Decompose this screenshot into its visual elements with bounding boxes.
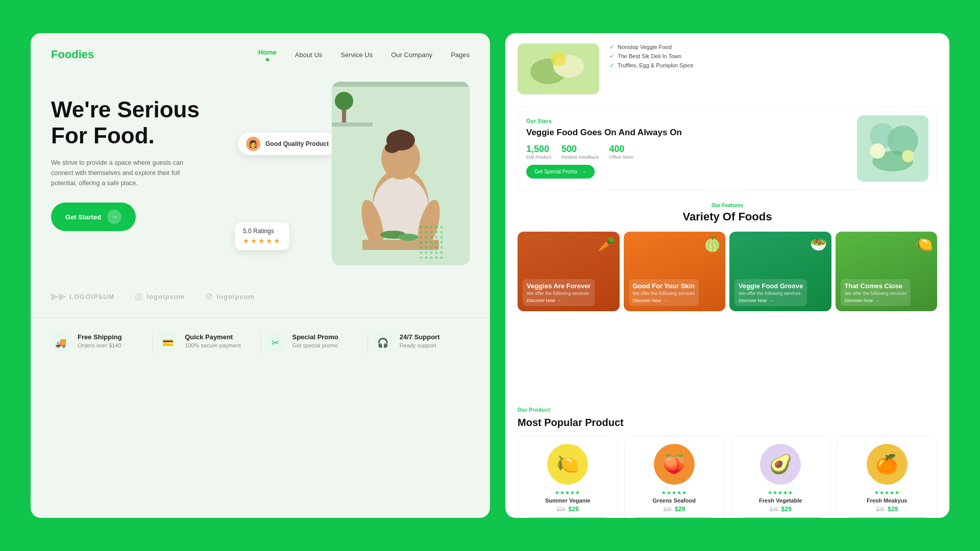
product-price-new-3: $29 [888,506,898,513]
svg-point-54 [551,51,566,66]
nav-item-home[interactable]: Home [258,47,277,61]
variety-emoji-1: 🍈 [703,236,721,253]
feature-title-3: 24/7 Support [400,333,440,341]
svg-point-23 [430,231,433,234]
buy-now-button-0[interactable]: Buy Now → [525,517,610,518]
svg-point-22 [425,231,428,234]
product-image-0: 🍋 [547,444,588,485]
svg-point-49 [435,257,438,259]
variety-title-1: Good For Your Skin [633,282,695,290]
product-price-old-2: $35 [770,507,778,512]
feature-icon-2: ✂ [266,333,285,353]
product-card-2: 🥑 ★★★★★ Fresh Vegetable $35 $29 Buy Now … [730,436,831,518]
feature-item-2: ✂ Special Promo Get special promo [266,333,362,353]
get-started-button[interactable]: Get Started → [51,203,136,231]
stat-item-1: 500Positive Feedback [561,144,599,160]
nav-item-our-company[interactable]: Our Company [391,50,432,59]
svg-point-40 [440,246,443,249]
ratings-badge: 5.0 Ratings ★★★★★ [235,222,289,250]
nav-item-pages[interactable]: Pages [451,50,470,59]
logo-item-0: ▶▶LOGOIPSUM [51,291,114,302]
veggie-goes-image [857,115,928,182]
svg-point-50 [440,257,443,259]
stat-item-2: 400Office Store [609,144,633,160]
variety-emoji-0: 🥕 [598,236,616,253]
stats-row: 1,500Edit Product500Positive Feedback400… [526,144,847,160]
buy-now-button-2[interactable]: Buy Now → [738,517,823,518]
logos-strip: ▶▶LOGOIPSUM◎logoipsum⊘logoipsum [31,276,490,318]
svg-point-60 [902,150,914,162]
nav-item-service-us[interactable]: Service Us [340,50,373,59]
svg-point-43 [430,252,433,254]
most-popular-section: Our Product Most Popular Product 🍋 ★★★★★… [518,407,937,518]
buy-now-button-1[interactable]: Buy Now → [632,517,717,518]
variety-link-0[interactable]: Discover Now → [527,298,591,303]
feature-divider [368,333,368,354]
product-card-3: 🍊 ★★★★★ Fresh Meakyus $35 $29 Buy Now → [837,436,938,518]
product-image-2: 🥑 [760,444,801,485]
left-panel: Foodies HomeAbout UsService UsOur Compan… [31,33,490,518]
svg-point-28 [430,236,433,239]
feature-item-0: 🚚 Free Shipping Orders over $140 [51,333,148,353]
logo-icon-2: ⊘ [205,291,213,302]
stat-item-0: 1,500Edit Product [526,144,551,160]
btn-special-arrow: → [581,169,586,174]
variety-desc-0: We offer the following services [527,291,591,296]
features-strip: 🚚 Free Shipping Orders over $140 💳 Quick… [31,318,490,369]
veggie-goes-title: Veggie Food Goes On And Always On [526,127,847,138]
variety-card-1[interactable]: 🍈 Good For Your Skin We offer the follow… [624,232,726,311]
svg-point-15 [335,92,353,110]
check-icon-1: ✓ [609,53,615,60]
svg-point-47 [425,257,428,259]
svg-point-41 [420,252,423,254]
buy-now-button-3[interactable]: Buy Now → [845,517,930,518]
nav-item-about-us[interactable]: About Us [295,50,322,59]
svg-point-25 [440,231,443,234]
variety-grid: 🥕 Veggies Are Forever We offer the follo… [518,232,937,395]
svg-point-19 [435,226,438,229]
nav-links: HomeAbout UsService UsOur CompanyPages [258,47,470,61]
top-section-text: ✓Nonstop Veggie Food✓The Best Sik Deli I… [609,43,937,69]
product-name-1: Greens Seafood [632,497,717,504]
svg-point-38 [430,246,433,249]
variety-card-0[interactable]: 🥕 Veggies Are Forever We offer the follo… [518,232,620,311]
stat-num-0: 1,500 [526,144,551,155]
hero-description: We strive to provide a space where guest… [51,158,204,188]
brand-logo: Foodies [51,48,258,61]
feature-icon-0: 🚚 [51,333,70,353]
stat-label-1: Positive Feedback [561,155,599,160]
feature-title-0: Free Shipping [78,333,122,341]
svg-point-37 [425,246,428,249]
feature-divider [153,333,153,354]
stat-num-2: 400 [609,144,633,155]
svg-point-44 [435,252,438,254]
stat-label-0: Edit Product [526,155,551,160]
checklist: ✓Nonstop Veggie Food✓The Best Sik Deli I… [609,43,937,69]
hero-section: We're Serious For Food. We strive to pro… [31,61,490,265]
variety-link-3[interactable]: Discover Now → [845,298,907,303]
svg-point-36 [420,246,423,249]
stars-display: ★★★★★ [243,237,281,245]
quality-badge: 👩 Good Quality Product [238,133,337,155]
svg-point-48 [430,257,433,259]
product-price-new-1: $29 [675,506,685,513]
feature-item-3: 🎧 24/7 Support Ready support [373,333,470,353]
feature-divider [260,333,261,354]
svg-point-5 [393,130,409,144]
variety-link-1[interactable]: Discover Now → [633,298,695,303]
top-image [518,43,599,94]
veggie-goes-sublabel: Our Stars [526,118,847,124]
right-panel: ✓Nonstop Veggie Food✓The Best Sik Deli I… [505,33,949,518]
variety-title-0: Veggies Are Forever [527,282,591,290]
popular-title: Most Popular Product [518,416,937,429]
veggie-goes-section: Our Stars Veggie Food Goes On And Always… [518,107,937,190]
variety-link-2[interactable]: Discover Now → [739,298,803,303]
variety-card-3[interactable]: 🍋 That Comes Close We offer the followin… [836,232,938,311]
special-promo-button[interactable]: Get Special Promo → [526,165,595,179]
quality-avatar-icon: 👩 [246,137,260,151]
product-price-old-3: $35 [876,507,885,512]
our-features-section: Our Features Variety Of Foods 🥕 Veggies … [518,203,937,395]
feature-desc-0: Orders over $140 [78,342,122,348]
popular-sublabel: Our Product [518,407,937,413]
variety-card-2[interactable]: 🥗 Veggie Food Groove We offer the follow… [729,232,831,311]
